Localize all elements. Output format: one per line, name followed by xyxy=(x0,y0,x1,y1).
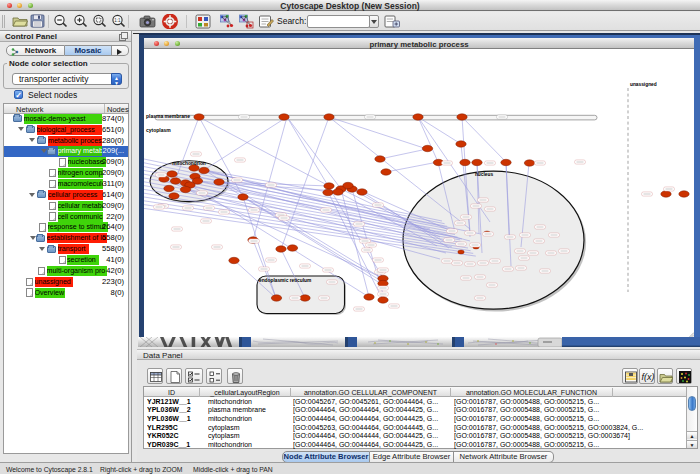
svg-text:f(x): f(x) xyxy=(641,372,654,382)
svg-text:plasma membrane: plasma membrane xyxy=(146,113,190,119)
svg-text:endoplasmic reticulum: endoplasmic reticulum xyxy=(259,278,311,283)
svg-text:cytoplasm: cytoplasm xyxy=(146,127,171,133)
svg-text:unassigned: unassigned xyxy=(630,82,657,87)
svg-text:nucleus: nucleus xyxy=(475,172,493,177)
svg-text:mitochondrion: mitochondrion xyxy=(172,161,206,166)
svg-text:1:1: 1:1 xyxy=(114,17,121,22)
